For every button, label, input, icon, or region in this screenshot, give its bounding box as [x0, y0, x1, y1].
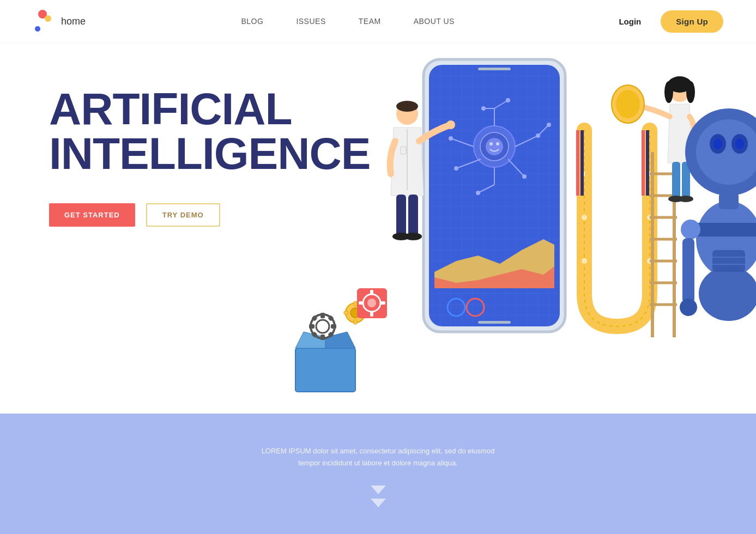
svg-point-64	[496, 142, 499, 145]
svg-point-88	[396, 101, 418, 112]
nav-actions: Login Sign Up	[610, 10, 723, 33]
svg-rect-123	[672, 162, 680, 200]
svg-rect-13	[354, 301, 357, 306]
svg-rect-5	[309, 324, 315, 329]
svg-rect-134	[719, 193, 739, 209]
gear-red-box	[357, 288, 387, 318]
svg-point-98	[582, 258, 587, 264]
svg-point-75	[449, 136, 453, 141]
svg-point-126	[678, 196, 693, 202]
try-demo-button[interactable]: TRY DEMO	[146, 203, 220, 227]
phone-mockup	[424, 59, 565, 332]
nav-links: BLOG ISSUES TEAM ABOUT US	[241, 17, 454, 26]
hero-buttons: GET STARTED TRY DEMO	[49, 203, 305, 227]
get-started-button[interactable]: GET STARTED	[49, 203, 135, 227]
svg-point-122	[616, 90, 640, 118]
nav-link-issues[interactable]: ISSUES	[296, 17, 325, 26]
svg-point-120	[686, 81, 695, 103]
robot-figure	[680, 108, 756, 321]
illustration-svg	[265, 43, 756, 414]
signup-button[interactable]: Sign Up	[661, 10, 723, 33]
svg-rect-90	[396, 195, 406, 238]
svg-rect-143	[712, 250, 745, 272]
logo-text: home	[61, 16, 86, 27]
login-button[interactable]: Login	[610, 13, 650, 31]
svg-point-97	[582, 215, 587, 220]
svg-rect-138	[682, 238, 694, 304]
logo-dot-yellow	[45, 15, 51, 22]
footer-text: LOREM IPSUM dolor sit amet, consectetur …	[256, 445, 501, 469]
svg-rect-4	[320, 335, 325, 340]
svg-point-140	[680, 299, 697, 316]
svg-rect-20	[370, 290, 373, 295]
gear-outline	[309, 313, 336, 340]
svg-point-89	[446, 120, 455, 129]
hero-title-line1: ARTIFICIAL	[49, 87, 305, 131]
svg-point-119	[664, 81, 673, 103]
hero-left: ARTIFICIAL INTELLIGENCE GET STARTED TRY …	[0, 43, 305, 259]
footer-section: LOREM IPSUM dolor sit amet, consectetur …	[0, 414, 756, 534]
svg-point-142	[699, 266, 756, 321]
logo-dots	[33, 10, 56, 33]
svg-rect-23	[380, 301, 385, 305]
svg-point-62	[486, 138, 503, 155]
nav-link-about[interactable]: ABOUT US	[414, 17, 455, 26]
hero-section: ARTIFICIAL INTELLIGENCE GET STARTED TRY …	[0, 43, 756, 414]
hero-title-line2: INTELLIGENCE	[49, 131, 305, 176]
svg-point-19	[367, 299, 376, 307]
svg-rect-21	[370, 312, 373, 317]
footer-arrows	[371, 486, 386, 507]
svg-point-69	[506, 98, 510, 102]
hero-title: ARTIFICIAL INTELLIGENCE	[49, 87, 305, 176]
svg-rect-3	[320, 313, 325, 318]
svg-point-2	[316, 320, 329, 333]
svg-point-82	[454, 166, 458, 171]
svg-point-78	[476, 191, 480, 195]
svg-rect-15	[344, 311, 348, 314]
arrow-down-1	[371, 486, 386, 494]
svg-rect-0	[295, 348, 355, 392]
svg-point-136	[681, 220, 700, 239]
svg-point-132	[735, 138, 744, 149]
svg-point-93	[404, 233, 422, 240]
arrow-down-2	[371, 499, 386, 507]
svg-point-67	[481, 106, 486, 111]
svg-point-73	[547, 123, 551, 127]
svg-rect-14	[354, 320, 357, 324]
svg-rect-22	[359, 301, 364, 305]
svg-point-80	[522, 174, 527, 179]
svg-point-63	[489, 142, 493, 145]
svg-rect-6	[331, 324, 336, 329]
navbar: home BLOG ISSUES TEAM ABOUT US Login Sig…	[0, 0, 756, 43]
nav-link-blog[interactable]: BLOG	[241, 17, 263, 26]
svg-rect-86	[478, 321, 511, 324]
logo-dot-blue	[35, 26, 40, 32]
logo[interactable]: home	[33, 10, 86, 33]
svg-rect-95	[401, 147, 406, 154]
hero-illustration	[265, 43, 756, 414]
svg-rect-91	[408, 195, 418, 238]
pipe-structure	[578, 130, 652, 326]
svg-point-130	[713, 138, 722, 149]
box-group	[295, 332, 355, 392]
nav-link-team[interactable]: TEAM	[359, 17, 381, 26]
svg-rect-85	[478, 68, 511, 70]
